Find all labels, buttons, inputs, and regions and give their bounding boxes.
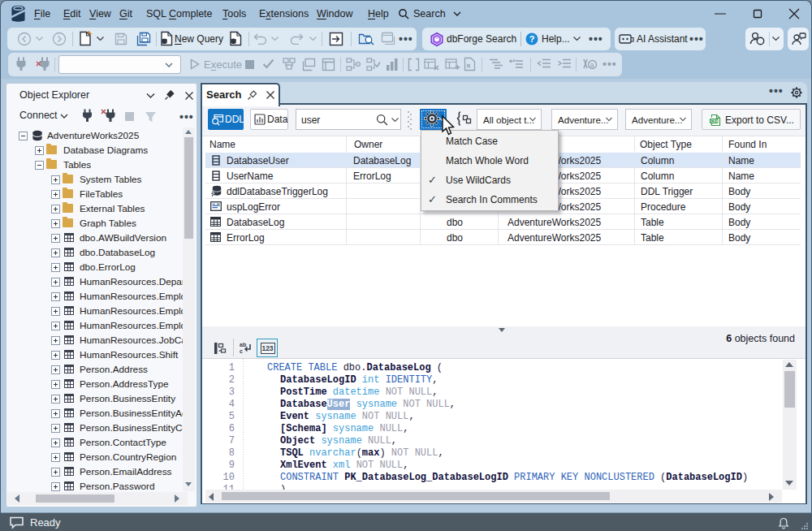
svg-text:↩: ↩ [509,57,516,65]
svg-text:CSV: CSV [710,119,719,123]
svg-text:?: ? [529,34,535,44]
svg-text:ab: ab [240,342,246,348]
svg-text:c: c [240,348,243,354]
svg-text:a: a [590,61,594,69]
